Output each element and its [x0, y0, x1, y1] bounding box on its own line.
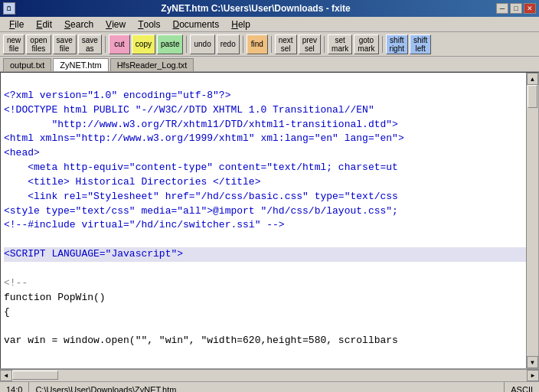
tab-output[interactable]: output.txt — [3, 58, 51, 71]
open-files-button[interactable]: openfiles — [26, 34, 51, 54]
divider-3 — [243, 36, 243, 53]
divider-2 — [186, 36, 187, 53]
menu-tools[interactable]: Tools — [132, 17, 166, 31]
menu-bar: File Edit Search View Tools Documents He… — [0, 17, 539, 32]
prev-sel-button[interactable]: prevsel — [299, 34, 321, 54]
scroll-right-button[interactable]: ► — [527, 370, 539, 381]
file-path: C:\Users\User\Downloads\ZyNET.htm — [29, 382, 505, 392]
divider-5 — [324, 36, 325, 53]
close-button[interactable]: ✕ — [524, 3, 536, 14]
redo-button[interactable]: redo — [217, 34, 240, 54]
menu-file[interactable]: File — [3, 17, 30, 31]
maximize-button[interactable]: □ — [510, 3, 522, 14]
cursor-position: 14:0 — [0, 382, 29, 392]
new-file-button[interactable]: newfile — [3, 34, 24, 54]
tab-bar: output.txt ZyNET.htm HfsReader_Log.txt — [0, 57, 539, 72]
toolbar: newfile openfiles savefile saveas cut co… — [0, 32, 539, 57]
menu-view[interactable]: View — [100, 17, 132, 31]
title-bar-buttons: ─ □ ✕ — [496, 3, 536, 14]
scroll-x-track[interactable] — [12, 370, 527, 381]
scroll-x-thumb[interactable] — [12, 371, 58, 380]
shift-left-button[interactable]: shiftleft — [410, 34, 431, 54]
minimize-button[interactable]: ─ — [496, 3, 508, 14]
copy-button[interactable]: copy — [132, 34, 155, 54]
encoding-indicator: ASCII — [505, 382, 539, 392]
menu-help[interactable]: Help — [225, 17, 256, 31]
window: 🗒 ZyNET.htm C:\Users\User\Downloads - fx… — [0, 0, 539, 392]
scroll-down-button[interactable]: ▼ — [527, 356, 538, 368]
menu-search[interactable]: Search — [58, 17, 100, 31]
tab-hfsreader[interactable]: HfsReader_Log.txt — [110, 58, 194, 71]
save-file-button[interactable]: savefile — [53, 34, 77, 54]
vertical-scrollbar[interactable]: ▲ ▼ — [526, 73, 538, 368]
divider-1 — [105, 36, 106, 53]
next-sel-button[interactable]: nextsel — [275, 34, 297, 54]
menu-edit[interactable]: Edit — [30, 17, 58, 31]
status-bar: 14:0 C:\Users\User\Downloads\ZyNET.htm A… — [0, 381, 539, 392]
scroll-up-button[interactable]: ▲ — [527, 73, 538, 85]
editor[interactable]: <?xml version="1.0" encoding="utf-8"?> <… — [0, 72, 539, 369]
cut-button[interactable]: cut — [109, 34, 130, 54]
scroll-left-button[interactable]: ◄ — [0, 370, 12, 381]
title-bar: 🗒 ZyNET.htm C:\Users\User\Downloads - fx… — [0, 0, 539, 17]
divider-4 — [271, 36, 272, 53]
shift-right-button[interactable]: shiftright — [386, 34, 408, 54]
tab-zynet[interactable]: ZyNET.htm — [53, 58, 108, 71]
divider-6 — [382, 36, 383, 53]
horizontal-scrollbar[interactable]: ◄ ► — [0, 369, 539, 381]
title-text: ZyNET.htm C:\Users\User\Downloads - fxit… — [15, 3, 496, 14]
save-as-button[interactable]: saveas — [78, 34, 102, 54]
goto-mark-button[interactable]: gotomark — [354, 34, 378, 54]
scroll-track[interactable] — [527, 85, 538, 356]
scroll-thumb[interactable] — [528, 85, 537, 108]
paste-button[interactable]: paste — [157, 34, 183, 54]
undo-button[interactable]: undo — [190, 34, 214, 54]
set-mark-button[interactable]: setmark — [328, 34, 352, 54]
editor-content: <?xml version="1.0" encoding="utf-8"?> <… — [1, 73, 538, 368]
menu-documents[interactable]: Documents — [167, 17, 226, 31]
app-icon: 🗒 — [3, 2, 15, 15]
find-button[interactable]: find — [247, 34, 268, 54]
